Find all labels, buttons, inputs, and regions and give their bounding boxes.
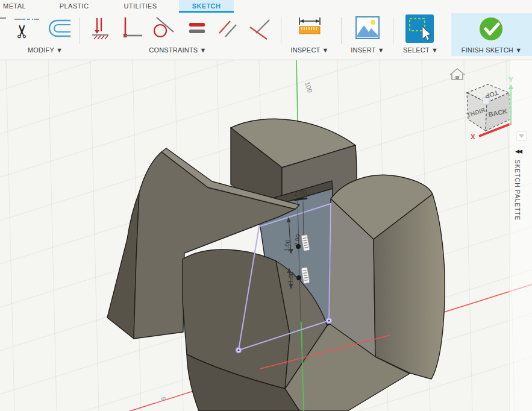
sketch-palette-title[interactable]: SKETCH PALETTE bbox=[514, 160, 521, 221]
image-icon bbox=[354, 16, 381, 42]
equal-constraint-button[interactable] bbox=[184, 15, 211, 44]
origin-marker[interactable] bbox=[296, 351, 308, 363]
measure-tool-button[interactable] bbox=[296, 15, 323, 44]
measure-icon bbox=[296, 15, 323, 44]
tab-sketch[interactable]: SKETCH bbox=[179, 0, 234, 13]
model-viewport[interactable]: 100 bbox=[0, 60, 532, 411]
offset-tool-button[interactable] bbox=[45, 15, 71, 44]
finish-sketch-button[interactable]: FINISH SKETCH ▼ bbox=[451, 13, 532, 56]
toolbar-divider bbox=[79, 17, 80, 44]
parallel-constraint-button[interactable] bbox=[214, 15, 241, 44]
viewcube-x-label: X bbox=[471, 133, 475, 140]
symmetry-icon bbox=[248, 15, 274, 44]
model-body[interactable] bbox=[107, 119, 445, 411]
trim-tool-button[interactable]: ✂ bbox=[13, 15, 40, 44]
select-group-label[interactable]: SELECT ▼ bbox=[390, 46, 451, 55]
viewcube-home-button[interactable] bbox=[450, 69, 465, 80]
sketch-palette-panel: ◀◀ SKETCH PALETTE bbox=[509, 60, 532, 411]
perpendicular-icon bbox=[118, 15, 145, 44]
sketch-point-center bbox=[237, 349, 239, 351]
scissors-icon: ✂ bbox=[13, 24, 32, 39]
fix-unfix-constraint-button[interactable] bbox=[88, 15, 114, 44]
insert-group-label[interactable]: INSERT ▼ bbox=[337, 46, 398, 55]
sketch-point-center bbox=[328, 319, 330, 321]
clipped-tool-icon bbox=[0, 17, 6, 19]
tangent-constraint-button[interactable] bbox=[149, 15, 176, 44]
toolbar-divider bbox=[281, 17, 281, 44]
symmetry-constraint-button[interactable] bbox=[248, 15, 274, 44]
sketch-point[interactable] bbox=[296, 244, 301, 249]
app-window: METAL PLASTIC UTILITIES SKETCH ✂ bbox=[0, 0, 532, 411]
inspect-group-label[interactable]: INSPECT ▼ bbox=[280, 46, 340, 55]
parallel-icon bbox=[214, 15, 241, 44]
offset-icon bbox=[45, 15, 71, 44]
expand-palette-icon[interactable]: ◀◀ bbox=[515, 148, 521, 154]
tab-utilities[interactable]: UTILITIES bbox=[120, 0, 160, 13]
finish-sketch-label: FINISH SKETCH ▼ bbox=[451, 46, 532, 55]
fix-unfix-icon bbox=[88, 15, 114, 44]
insert-image-button[interactable] bbox=[354, 16, 381, 45]
tangent-icon bbox=[149, 15, 176, 44]
constraints-group-label[interactable]: CONSTRAINTS ▼ bbox=[136, 46, 220, 55]
modify-group-label[interactable]: MODIFY ▼ bbox=[15, 46, 75, 55]
toolbar-divider bbox=[341, 17, 342, 44]
grid-scale-label: 100 bbox=[304, 81, 314, 93]
finish-sketch-check-icon bbox=[480, 17, 502, 40]
sketch-point[interactable] bbox=[296, 275, 301, 280]
toolbar: METAL PLASTIC UTILITIES SKETCH ✂ bbox=[0, 0, 532, 60]
select-tool-button[interactable] bbox=[405, 14, 435, 43]
perpendicular-constraint-button[interactable] bbox=[118, 15, 145, 44]
toolbar-divider bbox=[393, 17, 393, 44]
tab-plastic[interactable]: PLASTIC bbox=[55, 0, 93, 13]
equal-icon bbox=[184, 15, 211, 44]
tab-metal[interactable]: METAL bbox=[0, 0, 31, 13]
grid-unit-label: in bbox=[160, 394, 166, 403]
